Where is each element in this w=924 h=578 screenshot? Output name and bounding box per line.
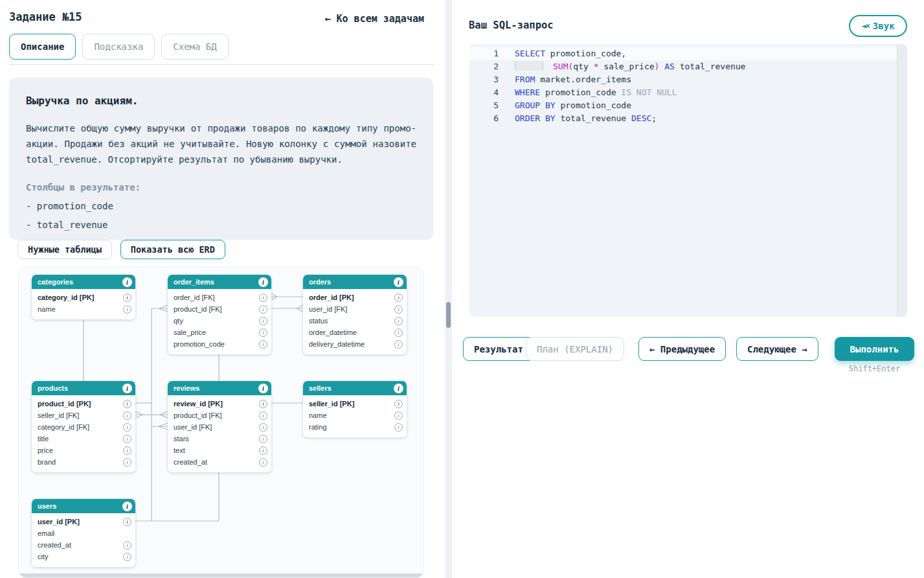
erd-table-order_items[interactable]: order_itemsiorder_id [FK]iproduct_id [FK… bbox=[168, 275, 271, 354]
field-info-icon[interactable]: i bbox=[123, 541, 131, 549]
field-info-icon[interactable]: i bbox=[123, 446, 131, 455]
erd-field-label: order_id [PK] bbox=[309, 294, 354, 301]
field-info-icon[interactable]: i bbox=[123, 518, 131, 526]
erd-table-users[interactable]: usersiuser_id [PK]iemailcreated_aticityi bbox=[32, 499, 135, 567]
field-info-icon[interactable]: i bbox=[123, 294, 131, 302]
erd-field: user_id [FK]i bbox=[174, 421, 267, 433]
field-info-icon[interactable]: i bbox=[123, 553, 131, 561]
code-text: SUM(qty * sale_price) AS total_revenue bbox=[515, 60, 745, 73]
table-info-icon[interactable]: i bbox=[122, 384, 132, 393]
field-info-icon[interactable]: i bbox=[394, 317, 403, 325]
field-info-icon[interactable]: i bbox=[123, 458, 131, 467]
erd-table-reviews[interactable]: reviewsireview_id [PK]iproduct_id [FK]iu… bbox=[168, 381, 271, 472]
field-info-icon[interactable]: i bbox=[259, 329, 267, 337]
erd-table-sellers[interactable]: sellersiseller_id [PK]inameiratingi bbox=[303, 381, 407, 437]
erd-table-title: orders bbox=[309, 278, 331, 286]
run-query-button[interactable]: Выполнить bbox=[835, 337, 914, 361]
line-number: 3 bbox=[469, 73, 499, 86]
erd-field: texti bbox=[174, 445, 267, 456]
field-info-icon[interactable]: i bbox=[259, 446, 267, 455]
erd-field-label: user_id [FK] bbox=[309, 305, 347, 313]
tab-db-schema[interactable]: Схема БД bbox=[161, 34, 228, 60]
table-info-icon[interactable]: i bbox=[122, 502, 132, 511]
erd-field: promotion_codei bbox=[174, 338, 267, 350]
back-to-tasks-link[interactable]: ← Ко всем задачам bbox=[324, 13, 424, 25]
erd-table-fields: order_id [FK]iproduct_id [FK]iqtyisale_p… bbox=[168, 289, 271, 354]
tab-hint[interactable]: Подсказка bbox=[82, 34, 155, 60]
erd-table-title: products bbox=[38, 384, 68, 392]
field-info-icon[interactable]: i bbox=[259, 411, 267, 420]
field-info-icon[interactable]: i bbox=[259, 317, 267, 325]
erd-field-label: user_id [FK] bbox=[174, 423, 212, 431]
field-info-icon[interactable]: i bbox=[394, 340, 403, 349]
erd-action-row: Нужные таблицы Показать всю ERD bbox=[17, 240, 225, 259]
field-info-icon[interactable]: i bbox=[394, 305, 403, 314]
field-info-icon[interactable]: i bbox=[394, 411, 403, 420]
sql-editor[interactable]: 1SELECT promotion_code,2SUM(qty * sale_p… bbox=[469, 44, 907, 317]
show-full-erd-button[interactable]: Показать всю ERD bbox=[120, 240, 225, 259]
erd-field-label: stars bbox=[174, 435, 189, 443]
erd-field-label: category_id [FK] bbox=[38, 423, 89, 431]
table-info-icon[interactable]: i bbox=[394, 277, 403, 287]
editor-scrollbar-track[interactable] bbox=[897, 44, 907, 317]
table-info-icon[interactable]: i bbox=[258, 277, 268, 287]
left-panel-scrollbar-thumb[interactable] bbox=[446, 302, 451, 328]
table-info-icon[interactable]: i bbox=[394, 384, 403, 393]
erd-field-label: brand bbox=[38, 458, 56, 466]
needed-tables-button[interactable]: Нужные таблицы bbox=[17, 240, 112, 259]
erd-field: review_id [PK]i bbox=[174, 398, 267, 410]
erd-horizontal-scrollbar[interactable] bbox=[19, 573, 423, 577]
field-info-icon[interactable]: i bbox=[394, 294, 403, 302]
erd-field-label: product_id [PK] bbox=[38, 400, 91, 408]
field-info-icon[interactable]: i bbox=[259, 340, 267, 349]
code-text: SELECT promotion_code, bbox=[515, 47, 626, 60]
line-number: 4 bbox=[469, 86, 499, 99]
field-info-icon[interactable]: i bbox=[123, 411, 131, 420]
erd-field: created_ati bbox=[38, 539, 131, 551]
field-info-icon[interactable]: i bbox=[123, 435, 131, 443]
erd-table-fields: order_id [PK]iuser_id [FK]istatusiorder_… bbox=[303, 289, 407, 354]
erd-field-label: rating bbox=[309, 423, 327, 431]
field-info-icon[interactable]: i bbox=[259, 294, 267, 302]
field-info-icon[interactable]: i bbox=[123, 423, 131, 432]
next-task-button[interactable]: Следующее → bbox=[736, 337, 818, 361]
erd-table-categories[interactable]: categoriesicategory_id [PK]inamei bbox=[32, 275, 135, 319]
erd-field-label: city bbox=[38, 553, 49, 561]
field-info-icon[interactable]: i bbox=[259, 458, 267, 467]
erd-field: product_id [FK]i bbox=[174, 303, 267, 315]
left-panel-scrollbar-track[interactable] bbox=[445, 0, 452, 578]
field-info-icon[interactable]: i bbox=[394, 423, 403, 432]
erd-diagram-panel[interactable]: categoriesicategory_id [PK]inameiorder_i… bbox=[18, 267, 424, 578]
erd-field-label: text bbox=[174, 446, 185, 454]
code-line: 2SUM(qty * sale_price) AS total_revenue bbox=[469, 60, 907, 73]
erd-table-orders[interactable]: ordersiorder_id [PK]iuser_id [FK]istatus… bbox=[303, 275, 407, 354]
erd-table-products[interactable]: productsiproduct_id [PK]iseller_id [FK]i… bbox=[32, 381, 135, 472]
erd-field: category_id [PK]i bbox=[38, 292, 131, 303]
field-info-icon[interactable]: i bbox=[259, 435, 267, 443]
sound-toggle-button[interactable]: ◄× Звук bbox=[849, 15, 907, 37]
erd-field-label: seller_id [FK] bbox=[38, 411, 79, 419]
field-info-icon[interactable]: i bbox=[259, 305, 267, 314]
erd-table-fields: product_id [PK]iseller_id [FK]icategory_… bbox=[32, 395, 135, 472]
erd-table-fields: user_id [PK]iemailcreated_aticityi bbox=[32, 513, 135, 567]
previous-task-button[interactable]: ← Предыдущее bbox=[638, 337, 726, 361]
table-info-icon[interactable]: i bbox=[258, 384, 268, 393]
line-number: 1 bbox=[469, 47, 499, 60]
field-info-icon[interactable]: i bbox=[259, 423, 267, 432]
field-info-icon[interactable]: i bbox=[259, 400, 267, 408]
erd-field: seller_id [PK]i bbox=[309, 398, 403, 410]
tab-description[interactable]: Описание bbox=[9, 34, 76, 60]
code-line: 5GROUP BY promotion_code bbox=[469, 99, 907, 112]
explain-plan-button[interactable]: План (EXPLAIN) bbox=[526, 337, 624, 361]
erd-table-fields: seller_id [PK]inameiratingi bbox=[303, 395, 407, 437]
erd-field-label: review_id [PK] bbox=[174, 400, 223, 408]
field-info-icon[interactable]: i bbox=[394, 329, 403, 337]
erd-table-header: usersi bbox=[32, 499, 135, 513]
result-tab-button[interactable]: Результат bbox=[463, 337, 534, 361]
erd-field: namei bbox=[38, 303, 131, 315]
field-info-icon[interactable]: i bbox=[123, 400, 131, 408]
field-info-icon[interactable]: i bbox=[123, 305, 131, 314]
table-info-icon[interactable]: i bbox=[122, 277, 132, 287]
tabs-divider bbox=[9, 64, 434, 65]
field-info-icon[interactable]: i bbox=[394, 400, 403, 408]
